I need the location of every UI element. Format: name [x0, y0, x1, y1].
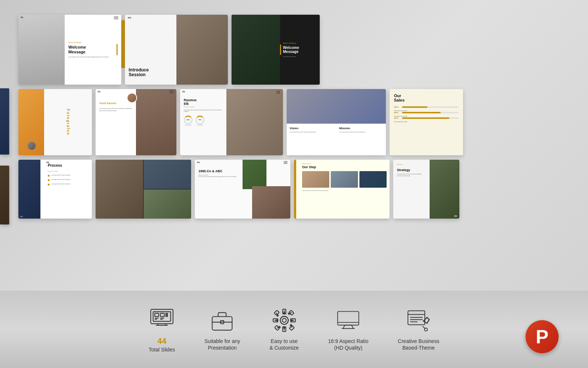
- rasmus-name: RasmusElk: [184, 99, 223, 106]
- step-label-small: Step by Step: [302, 163, 387, 164]
- dark-desc: Lorem ipsum dolor sit amet: [283, 56, 317, 58]
- suitable-label: Suitable for anyPresentation: [204, 338, 240, 351]
- svg-rect-8: [166, 315, 167, 316]
- svg-line-30: [352, 325, 354, 329]
- strat-text: Lorem ipsum dolor sit amet consectetur a…: [397, 173, 423, 177]
- elk-badge-2: Elk: [128, 17, 131, 19]
- photo-cell-2: [144, 160, 191, 189]
- slides-icon: [149, 306, 175, 332]
- step-photo-1: [302, 171, 329, 188]
- bar-text-3: Lorem ipsum dolor sit amet: [394, 121, 459, 123]
- slide-our-step[interactable]: Step by Step Our Step Lorem ipsum dolor …: [294, 160, 390, 219]
- bar-fill-3: [402, 117, 449, 119]
- feature-easy: Easy to use& Customize: [269, 308, 298, 351]
- slide-introduce[interactable]: Elk IntroduceSession: [125, 15, 228, 85]
- rasmus-stats: 87% Lorem ipsum 79% Lorem ipsum: [184, 116, 223, 126]
- step-title: Our Step: [302, 165, 387, 169]
- stat-label-1: Lorem ipsum: [184, 124, 193, 126]
- process-item-3: Lorem ipsum dolor sit amet consectetur: [48, 183, 88, 185]
- slide-our-sales[interactable]: OurSales 45% Lorem ipsum dolor sit amet …: [390, 89, 463, 155]
- rasmus-content: Elk RasmusElk Food & Traveler Lorem ipsu…: [180, 89, 226, 155]
- feature-creative: Creative BusinessBased-Theme: [398, 308, 440, 351]
- sales-pct-3: 84%: [394, 117, 402, 119]
- elk-badge-rasmus: Elk: [182, 91, 185, 93]
- process-text-1: Lorem ipsum dolor sit amet consectetur: [51, 174, 71, 176]
- svg-rect-5: [155, 314, 159, 317]
- vision-text: Lorem ipsum dolor sit amet consectetur a…: [290, 131, 333, 133]
- menu-rasmus: [276, 91, 280, 94]
- slide-row-2: Fotografen Elk Yosef Kareem Lorem ipsum …: [18, 89, 581, 155]
- slide-welcome[interactable]: Elk About Company WelcomeMessage Lorem i…: [18, 15, 121, 85]
- svg-rect-24: [289, 326, 294, 331]
- ppt-letter: P: [536, 326, 549, 348]
- svg-point-18: [282, 318, 286, 322]
- monitor-icon: [336, 308, 361, 333]
- vision-bottom: Vision Lorem ipsum dolor sit amet consec…: [287, 124, 386, 155]
- elk-badge-process: Elk: [46, 161, 49, 163]
- welcome-desc: Lorem ipsum dolor sit amet consectetur a…: [68, 56, 118, 58]
- process-text-3: Lorem ipsum dolor sit amet consectetur: [51, 183, 71, 185]
- menu-yosef: [170, 91, 173, 93]
- elk-badge-strat: Elk: [454, 215, 457, 217]
- creative-label: Creative BusinessBased-Theme: [398, 338, 440, 351]
- process-item-1: Lorem ipsum dolor sit amet consectetur: [48, 174, 88, 177]
- slide-strategy[interactable]: Business Strategy Lorem ipsum dolor sit …: [393, 160, 459, 219]
- ppt-circle: P: [526, 320, 559, 353]
- slide-vision-mission[interactable]: Vision Lorem ipsum dolor sit amet consec…: [287, 89, 386, 155]
- foto-title: Fotografen: [66, 109, 70, 135]
- slide-1995[interactable]: Elk 1995.Co & ABC Millenial Issue 2021 L…: [195, 160, 290, 219]
- vision-col: Vision Lorem ipsum dolor sit amet consec…: [287, 124, 336, 155]
- sales-bar-3: 84%: [394, 117, 459, 119]
- briefcase-icon: [209, 308, 235, 333]
- process-image-strip: [18, 160, 40, 219]
- rasmus-text: Lorem ipsum dolor sit amet consectetur a…: [184, 109, 223, 113]
- slide-fotografen[interactable]: Fotografen: [18, 89, 92, 155]
- introduce-title: IntroduceSession: [129, 68, 149, 77]
- feature-total-slides: 44 Total Slides: [149, 306, 175, 353]
- elk-badge-yosef: Elk: [98, 91, 101, 93]
- powerpoint-badge: P: [526, 320, 559, 353]
- s1995-title: 1995.Co & ABC: [198, 169, 239, 173]
- slides-area: Elk About Company WelcomeMessage Lorem i…: [18, 15, 581, 287]
- step-photo-3: [359, 171, 387, 188]
- sales-pct-1: 45%: [394, 106, 402, 108]
- slide-rasmus[interactable]: Elk RasmusElk Food & Traveler Lorem ipsu…: [180, 89, 283, 155]
- yellow-bar-dark: [280, 45, 281, 55]
- slide-introduce-image: [176, 15, 228, 85]
- sales-pct-2: 68%: [394, 112, 402, 114]
- foto-content: Fotografen: [44, 89, 92, 155]
- dark-title: WelcomeMessage: [283, 46, 317, 54]
- features-bar: 44 Total Slides Suitable for anyPresenta…: [0, 291, 588, 368]
- sales-bar-1: 45%: [394, 106, 459, 108]
- feature-suitable: Suitable for anyPresentation: [204, 308, 240, 351]
- step-bar: [294, 160, 296, 219]
- s1995-text: Lorem ipsum dolor sit amet consectetur a…: [198, 176, 239, 178]
- step-photo-2: [331, 171, 358, 188]
- ratio-label: 16:9 Aspect Ratio(HD Quality): [328, 338, 369, 351]
- s1995-image-bottom: [252, 186, 290, 219]
- slide-yosef[interactable]: Elk Yosef Kareem Lorem ipsum dolor sit a…: [96, 89, 176, 155]
- slides-label-text: Total Slides: [149, 347, 175, 353]
- slides-number: 44: [149, 336, 175, 347]
- slide-welcome-content: Elk About Company WelcomeMessage Lorem i…: [65, 15, 121, 85]
- dark-about: About Company: [283, 42, 317, 44]
- bar-track-1: [402, 106, 459, 108]
- gear-icon: [271, 308, 297, 333]
- svg-rect-6: [160, 314, 164, 317]
- bar-track-3: [402, 117, 459, 119]
- slide-process[interactable]: Elk Process Build Your Way Lorem ipsum d…: [18, 160, 92, 219]
- bar-fill-1: [402, 106, 427, 108]
- yosef-name: Yosef Kareem: [99, 102, 116, 105]
- slide-photo-collage[interactable]: [96, 160, 191, 219]
- slide-welcome-dark[interactable]: About Company WelcomeMessage Lorem ipsum…: [232, 15, 320, 85]
- strat-image: [430, 160, 459, 219]
- process-subtitle: Build Your Way: [48, 170, 88, 172]
- yosef-bg-image: [136, 89, 176, 155]
- step-text: Lorem ipsum dolor sit amet consectetur a…: [302, 190, 387, 192]
- bar-fill-2: [402, 112, 441, 113]
- process-content: Elk Process Build Your Way Lorem ipsum d…: [44, 160, 92, 219]
- mission-text: Lorem ipsum dolor sit amet consectetur a…: [339, 131, 383, 133]
- mission-heading: Mission: [339, 127, 383, 130]
- strat-label-small: Business: [397, 163, 423, 165]
- total-slides-label: 44 Total Slides: [149, 336, 175, 353]
